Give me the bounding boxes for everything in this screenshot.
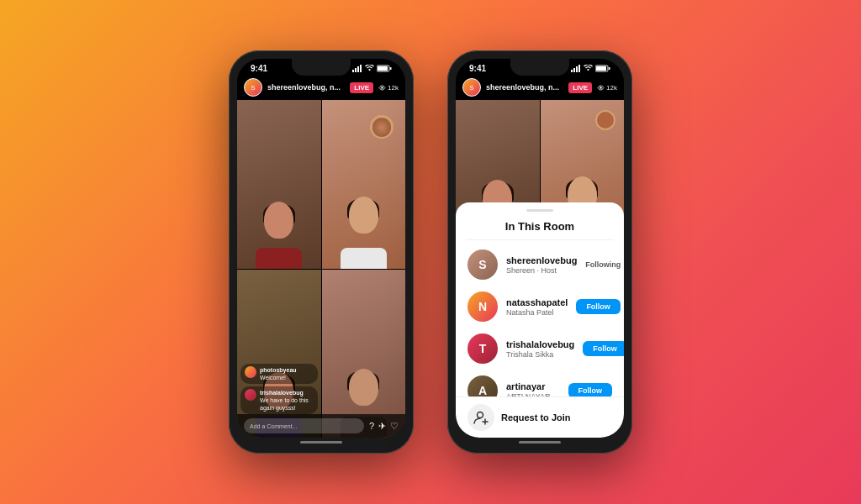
sheet-title: In This Room <box>466 217 614 240</box>
video-cell-3: photosbyeau Welcome! trishalalovebug We … <box>237 270 321 438</box>
video-grid-1: photosbyeau Welcome! trishalalovebug We … <box>237 100 405 438</box>
figure-4 <box>322 270 406 438</box>
sheet-handle[interactable] <box>526 209 553 212</box>
follow-button-3[interactable]: Follow <box>583 341 624 356</box>
list-item: T trishalalovebug Trishala Sikka Follow <box>456 328 624 370</box>
svg-rect-13 <box>596 66 606 71</box>
room-avatar-3: T <box>467 333 498 364</box>
svg-point-7 <box>381 87 383 88</box>
room-sub-3: Trishala Sikka <box>506 350 574 359</box>
username-label-2: shereenlovebug, n... <box>486 83 563 92</box>
video-cell-1 <box>237 100 321 269</box>
chat-username-2: trishalalovebug <box>260 390 304 396</box>
bottom-sheet: In This Room S shereenlovebug Shereen · … <box>456 202 624 438</box>
notch-2 <box>510 59 569 76</box>
follow-button-2[interactable]: Follow <box>576 299 621 314</box>
send-icon[interactable]: ✈ <box>378 421 386 432</box>
battery-icon-2 <box>595 65 610 72</box>
room-info-2: natasshapatel Natasha Patel <box>506 297 568 317</box>
video-cell-4 <box>322 270 406 438</box>
person-add-icon <box>473 410 489 425</box>
question-icon[interactable]: ? <box>369 421 374 431</box>
list-item: S shereenlovebug Shereen · Host Followin… <box>456 244 624 286</box>
battery-icon <box>377 65 392 72</box>
face-4 <box>349 369 378 406</box>
chat-text-1: Welcome! <box>260 375 286 381</box>
svg-rect-0 <box>352 70 354 72</box>
phone-2: 9:41 <box>447 50 632 454</box>
comment-input-1[interactable]: Add a Comment... <box>244 418 364 433</box>
svg-rect-10 <box>576 66 578 72</box>
svg-rect-2 <box>357 66 359 72</box>
room-info-1: shereenlovebug Shereen · Host <box>506 255 577 275</box>
phone-1-screen: 9:41 <box>237 59 405 438</box>
chat-text-2: We have to do this again guysss! <box>260 397 309 411</box>
viewers-count-2: 12k <box>597 84 617 92</box>
compact-2 <box>595 110 615 130</box>
chat-avatar-1 <box>245 366 256 378</box>
face-1 <box>264 202 293 239</box>
room-username-3: trishalalovebug <box>506 339 574 349</box>
room-username-2: natasshapatel <box>506 297 568 307</box>
top-bar-2: S shereenlovebug, n... LIVE 12k <box>456 75 624 100</box>
room-sub-1: Shereen · Host <box>506 266 577 275</box>
top-bar-1: S shereenlovebug, n... LIVE 12k <box>237 75 405 100</box>
room-username-4: artinayar <box>506 381 560 391</box>
host-avatar-1: S <box>244 78 262 97</box>
svg-rect-5 <box>378 66 388 71</box>
body-2 <box>341 248 387 269</box>
signal-icon <box>352 65 362 72</box>
status-icons-1 <box>352 65 392 72</box>
follow-button-4[interactable]: Follow <box>568 383 613 396</box>
list-item: A artinayar ARTI NAYAR Follow <box>456 370 624 396</box>
bottom-icons: ? ✈ ♡ <box>369 421 399 432</box>
room-avatar-1: S <box>467 249 498 280</box>
face-2 <box>349 197 378 234</box>
phone-1: 9:41 <box>229 50 414 454</box>
room-info-4: artinayar ARTI NAYAR <box>506 381 560 396</box>
live-badge-1: LIVE <box>350 82 373 93</box>
bottom-bar-1: Add a Comment... ? ✈ ♡ <box>237 414 405 438</box>
chat-overlay: photosbyeau Welcome! trishalalovebug We … <box>240 364 318 414</box>
viewers-count-1: 12k <box>378 84 399 92</box>
chat-username-1: photosbyeau <box>260 367 297 373</box>
home-indicator-2 <box>519 441 561 444</box>
room-username-1: shereenlovebug <box>506 255 577 265</box>
svg-rect-6 <box>390 67 392 70</box>
svg-point-16 <box>478 412 483 418</box>
room-avatar-2: N <box>467 291 498 322</box>
username-label-1: shereenlovebug, n... <box>267 83 345 92</box>
status-time-1: 9:41 <box>251 64 267 73</box>
following-label: Following <box>585 260 621 269</box>
room-avatar-4: A <box>467 375 498 396</box>
room-sub-2: Natasha Patel <box>506 308 568 317</box>
phone-2-screen: 9:41 <box>456 59 624 438</box>
chat-msg-1: photosbyeau Welcome! <box>240 364 318 384</box>
room-list: S shereenlovebug Shereen · Host Followin… <box>456 240 624 396</box>
request-join-icon <box>467 404 494 431</box>
chat-avatar-2 <box>245 389 256 401</box>
notch <box>292 59 351 76</box>
request-join-row[interactable]: Request to Join <box>456 396 624 438</box>
svg-rect-11 <box>578 65 580 72</box>
svg-rect-9 <box>573 68 575 72</box>
host-avatar-2: S <box>462 78 481 97</box>
video-cell-2 <box>322 100 406 269</box>
svg-rect-1 <box>355 68 357 72</box>
status-icons-2 <box>571 65 610 72</box>
figure-1 <box>237 100 321 269</box>
list-item: N natasshapatel Natasha Patel Follow <box>456 286 624 328</box>
svg-point-15 <box>600 87 601 88</box>
live-badge-2: LIVE <box>568 82 592 93</box>
sheet-container: 9:41 <box>456 59 624 438</box>
request-join-label: Request to Join <box>501 412 571 423</box>
eye-icon-2 <box>597 85 605 91</box>
figure-2 <box>322 100 406 269</box>
powder <box>372 118 391 137</box>
svg-rect-3 <box>360 65 362 72</box>
room-info-3: trishalalovebug Trishala Sikka <box>506 339 574 359</box>
home-indicator-1 <box>300 441 342 444</box>
svg-rect-14 <box>609 67 610 70</box>
eye-icon <box>378 85 386 91</box>
heart-icon[interactable]: ♡ <box>390 421 399 432</box>
